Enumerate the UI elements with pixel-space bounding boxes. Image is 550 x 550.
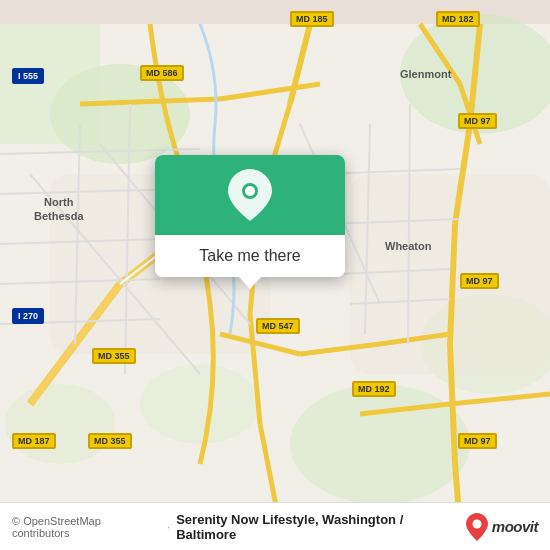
badge-md586: MD 586 xyxy=(140,62,184,81)
badge-md97-bot: MD 97 xyxy=(458,430,497,449)
badge-md97-mid: MD 97 xyxy=(460,270,499,289)
badge-md97-top: MD 97 xyxy=(458,110,497,129)
popup-cta-label: Take me there xyxy=(199,247,300,264)
moovit-logo: moovit xyxy=(466,513,538,541)
bottom-bar: © OpenStreetMap contributors · Serenity … xyxy=(0,502,550,550)
badge-md547: MD 547 xyxy=(256,315,300,334)
popup-card: Take me there xyxy=(155,155,345,277)
badge-i270: I 270 xyxy=(12,305,44,324)
svg-point-5 xyxy=(140,364,260,444)
badge-md185: MD 185 xyxy=(290,8,334,27)
svg-rect-2 xyxy=(0,24,100,144)
label-north-bethesda: NorthBethesda xyxy=(34,195,84,224)
popup-pointer xyxy=(238,276,262,289)
svg-point-4 xyxy=(290,384,470,504)
badge-md182: MD 182 xyxy=(436,8,480,27)
badge-i555: I 555 xyxy=(12,65,44,84)
badge-md192: MD 192 xyxy=(352,378,396,397)
svg-point-50 xyxy=(472,519,481,528)
moovit-pin-icon xyxy=(466,513,488,541)
label-wheaton: Wheaton xyxy=(385,240,431,252)
popup-top xyxy=(155,155,345,235)
badge-md187: MD 187 xyxy=(12,430,56,449)
popup-bottom: Take me there xyxy=(155,235,345,277)
label-glenmont: Glenmont xyxy=(400,68,451,80)
copyright-text: © OpenStreetMap contributors xyxy=(12,515,161,539)
separator: · xyxy=(167,520,170,534)
badge-md355-bot: MD 355 xyxy=(88,430,132,449)
location-pin-icon xyxy=(228,169,272,221)
svg-point-7 xyxy=(5,384,115,464)
bottom-bar-left: © OpenStreetMap contributors · Serenity … xyxy=(12,512,466,542)
bottom-bar-title: Serenity Now Lifestyle, Washington / Bal… xyxy=(176,512,466,542)
svg-point-49 xyxy=(245,186,255,196)
moovit-text: moovit xyxy=(492,518,538,535)
map-container: Glenmont NorthBethesda Wheaton MD 182 MD… xyxy=(0,0,550,550)
badge-md355-top: MD 355 xyxy=(92,345,136,364)
